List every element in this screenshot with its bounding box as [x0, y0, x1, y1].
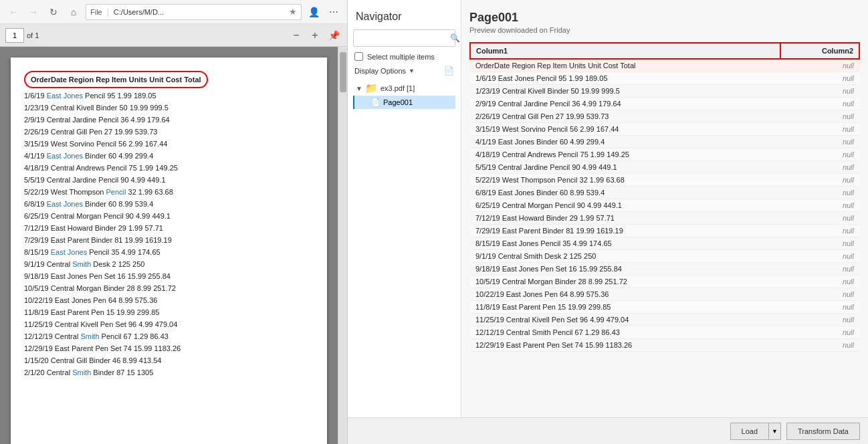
pdf-scroll[interactable]: OrderDate Region Rep Item Units Unit Cos…: [0, 47, 338, 444]
col1-header: Column1: [470, 43, 780, 59]
table-cell-col1: 1/23/19 Central Kivell Binder 50 19.99 9…: [470, 85, 780, 98]
address-text: C:/Users/M/D...: [114, 8, 286, 16]
table-cell-col2: null: [780, 250, 859, 263]
pin-button[interactable]: 📌: [326, 27, 342, 43]
navigator-title: Navigator: [348, 5, 461, 27]
table-cell-col1: 12/29/19 East Parent Pen Set 74 15.99 11…: [470, 339, 780, 352]
pdf-data-row: 2/1/20 Central Smith Binder 87 15 1305: [24, 366, 314, 378]
table-row: 6/8/19 East Jones Binder 60 8.99 539.4nu…: [470, 187, 859, 199]
pdf-data-row: 12/29/19 East Parent Pen Set 74 15.99 11…: [24, 342, 314, 354]
table-row: 8/15/19 East Jones Pencil 35 4.99 174.65…: [470, 237, 859, 250]
chevron-down-icon: ▼: [409, 68, 415, 74]
arrow-icon: ▼: [356, 85, 362, 92]
table-cell-col2: null: [780, 339, 859, 352]
table-cell-col1: 10/5/19 Central Morgan Binder 28 8.99 25…: [470, 275, 780, 288]
more-options-button[interactable]: ⋯: [326, 4, 342, 20]
tree-child-item[interactable]: 📄 Page001: [353, 96, 455, 109]
table-cell-col2: null: [780, 301, 859, 314]
table-cell-col1: 5/22/19 West Thompson Pencil 32 1.99 63.…: [470, 174, 780, 187]
load-button[interactable]: Load: [730, 423, 769, 440]
pdf-data-row: 10/5/19 Central Morgan Binder 28 8.99 25…: [24, 282, 314, 294]
table-cell-col1: 2/9/19 Central Jardine Pencil 36 4.99 17…: [470, 98, 780, 110]
table-row: 7/12/19 East Howard Binder 29 1.99 57.71…: [470, 212, 859, 225]
table-row: 1/6/19 East Jones Pencil 95 1.99 189.05n…: [470, 72, 859, 85]
table-row: 12/29/19 East Parent Pen Set 74 15.99 11…: [470, 339, 859, 352]
user-button[interactable]: 👤: [306, 4, 322, 20]
tree-root-item[interactable]: ▼ 📁 ex3.pdf [1]: [353, 81, 455, 96]
data-subtitle: Preview downloaded on Friday: [469, 26, 860, 34]
table-cell-col1: 4/18/19 Central Andrews Pencil 75 1.99 1…: [470, 148, 780, 161]
pdf-data-row: 12/12/19 Central Smith Pencil 67 1.29 86…: [24, 330, 314, 342]
table-row: 10/22/19 East Jones Pen 64 8.99 575.36nu…: [470, 288, 859, 301]
pdf-data-row: 3/15/19 West Sorvino Pencil 56 2.99 167.…: [24, 138, 314, 150]
table-cell-col1: 8/15/19 East Jones Pencil 35 4.99 174.65: [470, 237, 780, 250]
data-table: Column1 Column2 OrderDate Region Rep Ite…: [469, 42, 860, 352]
display-options-row[interactable]: Display Options ▼ 📄: [348, 64, 461, 78]
pdf-panel: ← → ↻ ⌂ File | C:/Users/M/D... ★ 👤 ⋯ of …: [0, 0, 348, 444]
table-cell-col1: 9/18/19 East Jones Pen Set 16 15.99 255.…: [470, 263, 780, 275]
pdf-header-row: OrderDate Region Rep Item Units Unit Cos…: [24, 71, 208, 88]
table-cell-col2: null: [780, 225, 859, 237]
table-cell-col1: 6/8/19 East Jones Binder 60 8.99 539.4: [470, 187, 780, 199]
table-cell-col1: 2/26/19 Central Gill Pen 27 19.99 539.73: [470, 110, 780, 123]
nav-search-box[interactable]: 🔍: [353, 29, 455, 47]
zoom-in-button[interactable]: +: [307, 27, 323, 43]
table-cell-col2: null: [780, 326, 859, 339]
table-cell-col1: 11/8/19 East Parent Pen 15 19.99 299.85: [470, 301, 780, 314]
table-cell-col2: null: [780, 199, 859, 212]
table-cell-col2: null: [780, 136, 859, 148]
data-page-title: Page001: [469, 11, 860, 25]
pdf-data-row: 9/18/19 East Jones Pen Set 16 15.99 255.…: [24, 270, 314, 282]
forward-button[interactable]: →: [25, 4, 41, 20]
pdf-data-row: 9/1/19 Central Smith Desk 2 125 250: [24, 258, 314, 270]
table-cell-col2: null: [780, 212, 859, 225]
table-cell-col1: 12/12/19 Central Smith Pencil 67 1.29 86…: [470, 326, 780, 339]
table-cell-col2: null: [780, 123, 859, 136]
pdf-data-row: 11/8/19 East Parent Pen 15 19.99 299.85: [24, 306, 314, 318]
table-cell-col1: 3/15/19 West Sorvino Pencil 56 2.99 167.…: [470, 123, 780, 136]
pdf-data-row: 8/15/19 East Jones Pencil 35 4.99 174.65: [24, 246, 314, 258]
refresh-button[interactable]: ↻: [45, 4, 62, 20]
zoom-out-button[interactable]: −: [288, 27, 304, 43]
nav-search-input[interactable]: [358, 34, 450, 42]
table-row: 11/8/19 East Parent Pen 15 19.99 299.85n…: [470, 301, 859, 314]
scroll-thumb: [340, 52, 346, 92]
table-cell-col1: 9/1/19 Central Smith Desk 2 125 250: [470, 250, 780, 263]
pdf-scrollbar[interactable]: [338, 47, 347, 444]
table-cell-col1: 4/1/19 East Jones Binder 60 4.99 299.4: [470, 136, 780, 148]
table-cell-col1: 5/5/19 Central Jardine Pencil 90 4.99 44…: [470, 161, 780, 174]
transform-data-button[interactable]: Transform Data: [786, 423, 860, 440]
table-row: 6/25/19 Central Morgan Pencil 90 4.99 44…: [470, 199, 859, 212]
pdf-content: OrderDate Region Rep Item Units Unit Cos…: [0, 47, 347, 444]
home-button[interactable]: ⌂: [66, 4, 82, 20]
navigator-panel: Navigator 🔍 Select multiple items Displa…: [348, 0, 868, 444]
table-row: 5/22/19 West Thompson Pencil 32 1.99 63.…: [470, 174, 859, 187]
star-icon[interactable]: ★: [289, 7, 297, 17]
page-number-input[interactable]: [5, 28, 24, 43]
bottom-bar: Load ▼ Transform Data: [348, 417, 868, 444]
table-cell-col2: null: [780, 98, 859, 110]
search-icon: 🔍: [450, 33, 460, 43]
load-dropdown-button[interactable]: ▼: [769, 423, 781, 440]
table-row: 1/23/19 Central Kivell Binder 50 19.99 9…: [470, 85, 859, 98]
back-button[interactable]: ←: [5, 4, 21, 20]
pdf-data-row: 5/5/19 Central Jardine Pencil 90 4.99 44…: [24, 174, 314, 186]
table-cell-col1: 7/29/19 East Parent Binder 81 19.99 1619…: [470, 225, 780, 237]
tree-root-label: ex3.pdf [1]: [381, 84, 415, 92]
table-cell-col1: 11/25/19 Central Kivell Pen Set 96 4.99 …: [470, 314, 780, 326]
page-icon: 📄: [370, 98, 381, 107]
select-multiple-row[interactable]: Select multiple items: [348, 49, 461, 64]
select-multiple-checkbox[interactable]: [354, 52, 363, 61]
table-cell-col2: null: [780, 110, 859, 123]
pdf-data-row: 7/29/19 East Parent Binder 81 19.99 1619…: [24, 234, 314, 246]
folder-icon: 📁: [365, 82, 378, 94]
table-cell-col2: null: [780, 263, 859, 275]
table-row: 11/25/19 Central Kivell Pen Set 96 4.99 …: [470, 314, 859, 326]
pdf-data-row: 2/9/19 Central Jardine Pencil 36 4.99 17…: [24, 114, 314, 126]
nav-sidebar: Navigator 🔍 Select multiple items Displa…: [348, 0, 461, 444]
table-cell-col2: null: [780, 187, 859, 199]
file-label: File: [90, 8, 102, 16]
table-cell-col2: null: [780, 174, 859, 187]
pdf-data-row: 7/12/19 East Howard Binder 29 1.99 57.71: [24, 222, 314, 234]
page-icon-button[interactable]: 📄: [444, 66, 454, 76]
